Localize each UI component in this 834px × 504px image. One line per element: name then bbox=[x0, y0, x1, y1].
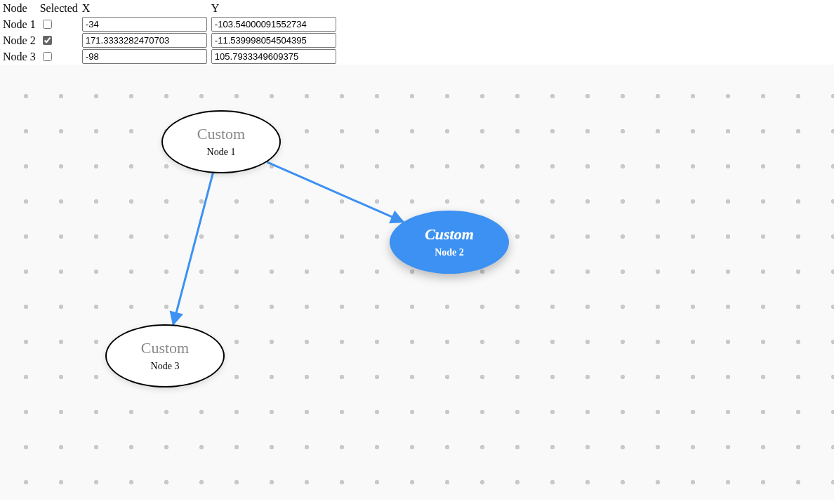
x-input[interactable] bbox=[82, 17, 207, 32]
selected-checkbox[interactable] bbox=[43, 36, 52, 45]
node-ellipse[interactable]: CustomNode 1 bbox=[161, 110, 281, 173]
table-row: Node 3 bbox=[1, 48, 339, 65]
graph-node[interactable]: CustomNode 3 bbox=[105, 324, 225, 387]
node-label: Node 3 bbox=[151, 361, 180, 372]
y-input[interactable] bbox=[211, 17, 336, 32]
node-title: Custom bbox=[425, 226, 474, 243]
y-input[interactable] bbox=[211, 33, 336, 48]
col-y: Y bbox=[210, 1, 339, 16]
selected-checkbox[interactable] bbox=[43, 52, 52, 61]
x-input[interactable] bbox=[82, 49, 207, 64]
y-input[interactable] bbox=[211, 49, 336, 64]
node-label: Node 2 bbox=[435, 247, 464, 258]
graph-node[interactable]: CustomNode 1 bbox=[161, 110, 281, 173]
col-selected: Selected bbox=[39, 1, 81, 16]
node-label: Node 1 bbox=[207, 147, 236, 158]
col-node: Node bbox=[1, 1, 39, 16]
node-ellipse[interactable]: CustomNode 3 bbox=[105, 324, 225, 387]
row-label: Node 1 bbox=[1, 16, 39, 32]
table-row: Node 2 bbox=[1, 32, 339, 48]
col-x: X bbox=[81, 1, 210, 16]
selected-checkbox[interactable] bbox=[43, 20, 52, 29]
canvas-dot-grid bbox=[0, 65, 834, 500]
node-title: Custom bbox=[141, 340, 189, 357]
graph-canvas[interactable]: CustomNode 1CustomNode 2CustomNode 3 bbox=[0, 65, 834, 500]
node-ellipse[interactable]: CustomNode 2 bbox=[390, 211, 509, 274]
table-header-row: Node Selected X Y bbox=[1, 1, 339, 16]
row-label: Node 3 bbox=[1, 48, 39, 65]
node-coordinates-table: Node Selected X Y Node 1 Node 2 Node 3 bbox=[1, 1, 339, 65]
row-label: Node 2 bbox=[1, 32, 39, 48]
table-row: Node 1 bbox=[1, 16, 339, 32]
x-input[interactable] bbox=[82, 33, 207, 48]
node-title: Custom bbox=[197, 126, 245, 142]
graph-node[interactable]: CustomNode 2 bbox=[390, 211, 509, 274]
